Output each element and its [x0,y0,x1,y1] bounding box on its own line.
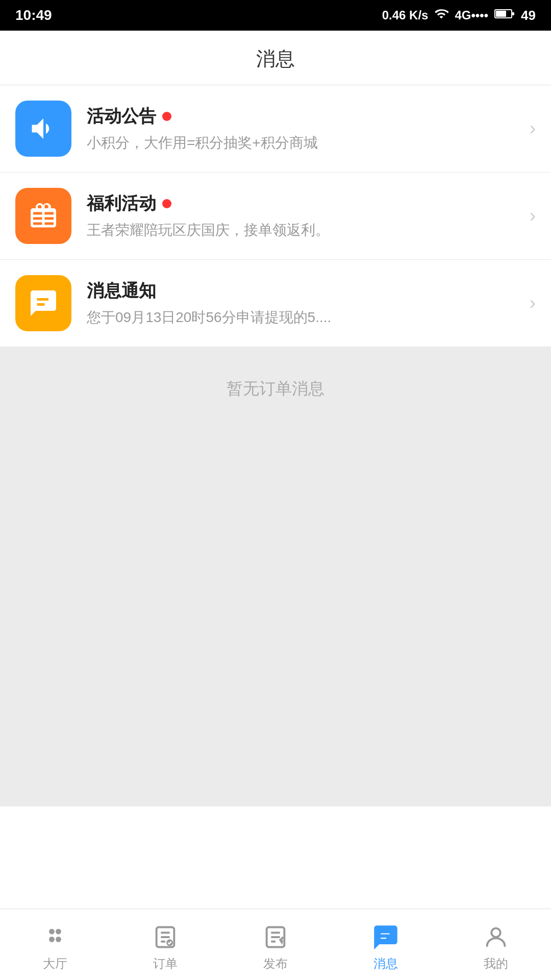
speaker-icon [28,113,59,144]
status-bar: 10:49 0.46 K/s 4G•••• 49 [0,0,551,31]
mine-icon [482,923,510,951]
message-icon [371,923,400,951]
activity-notice-dot [162,112,171,121]
svg-point-6 [56,936,61,942]
message-notify-icon [15,275,71,331]
activity-notice-title: 活动公告 [87,105,156,128]
activity-notice-chevron: › [530,118,536,139]
svg-point-3 [49,928,55,934]
tab-publish[interactable]: 发布 [220,918,331,972]
svg-rect-2 [496,11,506,17]
activity-notice-icon [15,101,71,157]
network-type: 4G•••• [455,8,488,22]
welfare-activity-icon [15,188,71,244]
network-speed: 0.46 K/s [382,8,429,22]
page-header: 消息 [0,31,551,85]
svg-point-4 [56,928,61,934]
empty-text: 暂无订单消息 [227,378,324,400]
order-icon [151,923,180,951]
content-area: 消息 活动公告 小积分，大作用=积分抽奖+积分商城 › [0,31,551,909]
gift-icon [28,201,59,231]
tab-hall-label: 大厅 [43,955,67,972]
tab-hall[interactable]: 大厅 [0,918,110,972]
welfare-activity-dot [162,199,171,208]
activity-notice-content: 活动公告 小积分，大作用=积分抽奖+积分商城 [87,105,524,153]
message-notify-preview: 您于09月13日20时56分申请提现的5.... [87,308,434,327]
message-item-activity[interactable]: 活动公告 小积分，大作用=积分抽奖+积分商城 › [0,85,551,173]
tab-order-label: 订单 [153,955,178,972]
tab-mine-label: 我的 [484,955,508,972]
welfare-activity-title: 福利活动 [87,192,156,215]
chat-icon [28,288,59,318]
tab-mine[interactable]: 我的 [441,918,551,972]
empty-section: 暂无订单消息 [0,347,551,806]
tab-publish-label: 发布 [263,955,288,972]
battery-icon [494,8,515,23]
activity-notice-preview: 小积分，大作用=积分抽奖+积分商城 [87,133,434,153]
activity-notice-title-row: 活动公告 [87,105,524,128]
message-item-notify[interactable]: 消息通知 您于09月13日20时56分申请提现的5.... › [0,260,551,347]
page-title: 消息 [256,48,295,69]
welfare-activity-preview: 王者荣耀陪玩区庆国庆，接单领返利。 [87,220,434,240]
message-notify-content: 消息通知 您于09月13日20时56分申请提现的5.... [87,279,524,327]
tab-message[interactable]: 消息 [331,918,441,972]
tab-message-label: 消息 [373,955,398,972]
wifi-icon [434,7,448,24]
message-notify-title: 消息通知 [87,279,156,303]
welfare-activity-content: 福利活动 王者荣耀陪玩区庆国庆，接单领返利。 [87,192,524,240]
status-time: 10:49 [15,7,52,23]
hall-icon [41,923,69,951]
status-right: 0.46 K/s 4G•••• 49 [382,7,536,24]
tab-bar: 大厅 订单 发布 [0,909,551,980]
message-list: 活动公告 小积分，大作用=积分抽奖+积分商城 › 福利活动 王者荣耀陪玩区庆国庆… [0,85,551,347]
publish-icon [261,923,290,951]
svg-line-16 [280,937,284,941]
message-notify-title-row: 消息通知 [87,279,524,303]
tab-order[interactable]: 订单 [110,918,220,972]
svg-point-5 [49,936,55,942]
battery-level: 49 [521,8,536,23]
svg-point-17 [491,928,500,937]
welfare-activity-title-row: 福利活动 [87,192,524,215]
welfare-activity-chevron: › [530,205,536,227]
svg-rect-1 [512,12,514,15]
message-notify-chevron: › [530,292,536,314]
message-item-welfare[interactable]: 福利活动 王者荣耀陪玩区庆国庆，接单领返利。 › [0,173,551,260]
